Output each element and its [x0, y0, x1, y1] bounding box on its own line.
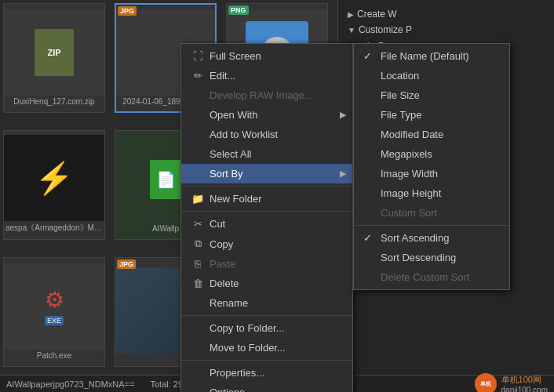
- sort-option-delete-custom[interactable]: Delete Custom Sort: [354, 267, 509, 287]
- sort-option-label: File Type: [381, 109, 422, 121]
- menu-item-sort-by[interactable]: Sort By ▶: [181, 164, 352, 183]
- menu-label: Select All: [210, 148, 251, 160]
- file-badge: JPG: [117, 260, 136, 269]
- menu-item-select-all[interactable]: Select All: [181, 144, 352, 164]
- logo-text-2: danji100.com: [501, 386, 548, 393]
- submenu-arrow-icon: ▶: [340, 169, 346, 179]
- delete-icon: 🗑: [191, 278, 205, 289]
- sort-option-image-width[interactable]: Image Width: [354, 164, 509, 183]
- sort-option-megapixels[interactable]: Megapixels: [354, 144, 509, 164]
- context-menu: ⛶ Full Screen ✏ Edit... Develop RAW Imag…: [180, 43, 353, 392]
- arrow-right-icon: ▶: [348, 10, 354, 19]
- menu-label: Add to Worklist: [210, 129, 278, 140]
- menu-item-copy[interactable]: ⧉ Copy: [181, 234, 352, 254]
- menu-separator: [181, 315, 352, 316]
- menu-item-rename[interactable]: Rename: [181, 293, 352, 313]
- file-badge: JPG: [118, 6, 137, 16]
- menu-label: Sort By: [210, 168, 243, 180]
- menu-label: Copy to Folder...: [210, 322, 284, 334]
- menu-separator: [181, 186, 352, 187]
- menu-label: Full Screen: [210, 50, 261, 62]
- sort-option-label: Modified Date: [381, 129, 443, 140]
- edit-icon: ✏: [191, 70, 205, 82]
- menu-separator: [181, 211, 352, 212]
- menu-label: Copy: [210, 238, 233, 250]
- sort-option-custom-sort[interactable]: Custom Sort: [354, 203, 509, 223]
- sort-option-label: Location: [381, 70, 419, 82]
- menu-item-add-to-worklist[interactable]: Add to Worklist: [181, 125, 352, 144]
- sort-submenu: ✓ File Name (Default) Location File Size…: [353, 43, 510, 290]
- sort-option-file-type[interactable]: File Type: [354, 105, 509, 125]
- sort-option-label: Image Height: [381, 187, 441, 199]
- arrow-down-icon: ▼: [348, 26, 355, 34]
- right-panel-label: Customize P: [359, 24, 412, 35]
- flash-icon: ⚡: [35, 160, 74, 197]
- right-panel-label: Create W: [357, 9, 397, 20]
- sort-option-label: File Name (Default): [381, 50, 469, 62]
- menu-item-properties[interactable]: Properties...: [181, 363, 352, 383]
- file-name: DuxiHenq_127.com.zip: [4, 96, 104, 107]
- statusbar-logo-area: 单机 单机100网 danji100.com: [475, 373, 548, 393]
- sort-option-label: Delete Custom Sort: [381, 271, 469, 283]
- sort-option-ascending[interactable]: ✓ Sort Ascending: [354, 228, 509, 248]
- file-name: Patch.exe: [4, 350, 104, 361]
- file-name: aespa《Armageddon》MV.mp4: [4, 221, 104, 235]
- logo-icon: 单机: [475, 373, 497, 393]
- menu-item-options[interactable]: Options...: [181, 383, 352, 392]
- menu-label: Properties...: [210, 367, 264, 379]
- menu-separator: [181, 360, 352, 361]
- menu-item-move-to-folder[interactable]: Move to Folder...: [181, 338, 352, 358]
- copy-icon: ⧉: [191, 238, 205, 250]
- check-icon: ✓: [363, 50, 377, 62]
- folder-icon: 📁: [191, 193, 205, 205]
- sort-option-label: Image Width: [381, 168, 438, 180]
- sort-option-modified-date[interactable]: Modified Date: [354, 125, 509, 144]
- menu-item-new-folder[interactable]: 📁 New Folder: [181, 189, 352, 209]
- file-item[interactable]: ⚙ EXE Patch.exe: [3, 257, 105, 367]
- sort-option-label: Sort Descending: [381, 252, 456, 263]
- file-item[interactable]: ⚡ aespa《Armageddon》MV.mp4: [3, 130, 105, 240]
- submenu-separator: [354, 225, 509, 226]
- sort-option-label: Custom Sort: [381, 207, 437, 219]
- menu-label: New Folder: [210, 193, 261, 205]
- menu-item-cut[interactable]: ✂ Cut: [181, 214, 352, 234]
- logo-text-area: 单机100网 danji100.com: [501, 374, 548, 393]
- cut-icon: ✂: [191, 218, 205, 230]
- fullscreen-icon: ⛶: [191, 50, 205, 62]
- file-badge: PNG: [228, 5, 249, 15]
- sort-option-file-size[interactable]: File Size: [354, 85, 509, 105]
- right-panel-item-customize[interactable]: ▼ Customize P: [344, 22, 548, 38]
- menu-label: Open With: [210, 109, 257, 121]
- menu-label: Edit...: [210, 70, 235, 82]
- statusbar-total: Total: 29: [150, 379, 183, 389]
- paste-icon: ⎘: [191, 258, 205, 270]
- sort-option-label: Megapixels: [381, 148, 432, 160]
- menu-item-develop-raw[interactable]: Develop RAW Image...: [181, 85, 352, 105]
- sort-option-descending[interactable]: Sort Descending: [354, 248, 509, 267]
- menu-item-delete[interactable]: 🗑 Delete: [181, 274, 352, 293]
- menu-item-full-screen[interactable]: ⛶ Full Screen: [181, 46, 352, 66]
- menu-item-edit[interactable]: ✏ Edit...: [181, 66, 352, 85]
- menu-label: Paste: [210, 258, 235, 270]
- menu-item-open-with[interactable]: Open With ▶: [181, 105, 352, 125]
- sort-option-label: Sort Ascending: [381, 232, 449, 244]
- logo-text-1: 单机100网: [501, 374, 548, 386]
- menu-label: Move to Folder...: [210, 342, 286, 354]
- menu-label: Rename: [210, 297, 248, 309]
- sort-option-label: File Size: [381, 89, 420, 101]
- sort-option-file-name[interactable]: ✓ File Name (Default): [354, 46, 509, 66]
- file-item[interactable]: ZIP DuxiHenq_127.com.zip: [3, 3, 105, 113]
- statusbar-filename: AIWallpaperjpg0723_NDMxNA==: [6, 379, 134, 389]
- menu-label: Develop RAW Image...: [210, 89, 313, 101]
- menu-item-paste[interactable]: ⎘ Paste: [181, 254, 352, 274]
- sort-option-location[interactable]: Location: [354, 66, 509, 85]
- sort-option-image-height[interactable]: Image Height: [354, 183, 509, 203]
- menu-label: Cut: [210, 218, 225, 230]
- menu-item-copy-to-folder[interactable]: Copy to Folder...: [181, 318, 352, 338]
- menu-label: Delete: [210, 278, 239, 289]
- menu-label: Options...: [210, 387, 253, 392]
- right-panel-item-create[interactable]: ▶ Create W: [344, 6, 548, 22]
- submenu-arrow-icon: ▶: [340, 110, 346, 120]
- check-icon: ✓: [363, 232, 377, 244]
